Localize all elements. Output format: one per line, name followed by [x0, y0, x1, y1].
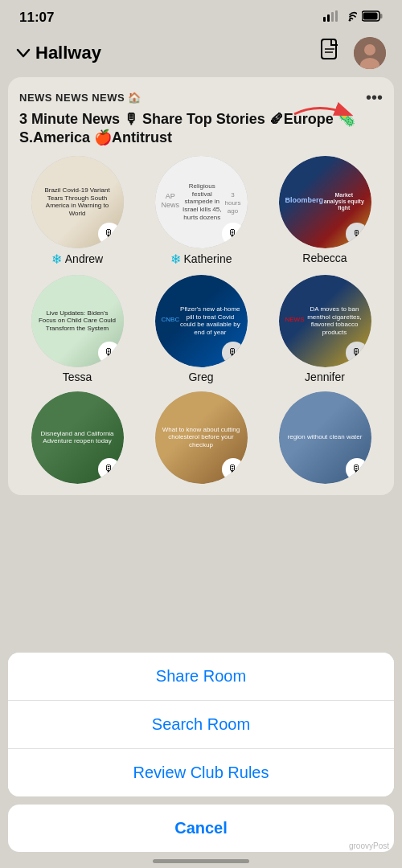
svg-rect-2 [331, 12, 334, 22]
share-room-button[interactable]: Share Room [8, 653, 394, 701]
avatar-circle-jennifer: NEWS DA moves to ban menthol cigarettes,… [279, 275, 371, 367]
snowflake-badge-katherine: ❄ [170, 252, 181, 267]
action-sheet-group: Share Room Search Room Review Club Rules [8, 653, 394, 796]
home-indicator [153, 859, 249, 863]
avatar-circle-7: Disneyland and California Adventure reop… [31, 391, 124, 484]
user-avatar[interactable] [354, 37, 386, 69]
avatar-grid: Brazil Covid-19 Variant Tears Through So… [19, 156, 383, 484]
room-title: 3 Minute News 🎙 Share Top Stories 🗞Europ… [19, 110, 383, 148]
search-room-button[interactable]: Search Room [8, 701, 394, 749]
action-sheet-overlay: Share Room Search Room Review Club Rules… [0, 653, 402, 868]
chevron-down-icon[interactable] [16, 45, 31, 62]
svg-rect-1 [327, 14, 330, 22]
svg-rect-6 [363, 13, 378, 20]
avatar-item-rebecca[interactable]: Bloomberg Market analysis equity fight 🎙… [267, 156, 383, 267]
wifi-icon [343, 10, 357, 25]
three-dots-button[interactable]: ••• [366, 88, 383, 107]
avatar-item-tessa[interactable]: Live Updates: Biden's Focus on Child Car… [19, 275, 135, 383]
status-bar: 11:07 [0, 0, 402, 31]
svg-point-4 [349, 19, 351, 22]
mic-icon-rebecca: 🎙 [346, 223, 368, 245]
svg-point-12 [364, 44, 375, 55]
mic-icon-katherine: 🎙 [222, 223, 244, 245]
svg-rect-0 [323, 17, 326, 22]
avatar-item-andrew[interactable]: Brazil Covid-19 Variant Tears Through So… [19, 156, 135, 267]
avatar-circle-8: What to know about cutting cholesterol b… [155, 391, 248, 484]
watermark: groovyPost [349, 841, 389, 850]
mic-icon-7: 🎙 [98, 458, 121, 481]
mic-icon-andrew: 🎙 [98, 223, 121, 245]
avatar-circle-tessa: Live Updates: Biden's Focus on Child Car… [31, 275, 124, 367]
avatar-circle-greg: CNBC Pfizer's new at-home pill to treat … [155, 275, 248, 367]
room-title-header: Hallway [35, 43, 101, 63]
avatar-name-greg: Greg [188, 371, 213, 383]
review-club-rules-button[interactable]: Review Club Rules [8, 749, 394, 796]
room-header: NEWS NEWS NEWS 🏠 ••• 3 Minute News 🎙 Sha… [19, 88, 383, 148]
signal-icon [323, 10, 338, 25]
avatar-item-8[interactable]: What to know about cutting cholesterol b… [143, 391, 259, 484]
action-sheet-cancel-group: Cancel [8, 805, 394, 852]
avatar-circle-katherine: AP News Religious festival stampede in I… [155, 156, 248, 248]
battery-icon [362, 10, 383, 25]
avatar-circle-9: region without clean water 🎙 [279, 391, 371, 484]
avatar-name-katherine: ❄ Katherine [170, 252, 232, 267]
avatar-name-rebecca: Rebecca [302, 252, 347, 264]
avatar-name-jennifer: Jennifer [305, 371, 345, 383]
avatar-item-7[interactable]: Disneyland and California Adventure reop… [19, 391, 135, 484]
mic-icon-8: 🎙 [222, 458, 244, 481]
snowflake-badge-andrew: ❄ [51, 252, 62, 267]
mic-icon-greg: 🎙 [222, 342, 244, 364]
avatar-name-tessa: Tessa [63, 371, 92, 383]
mic-icon-tessa: 🎙 [98, 342, 121, 364]
avatar-circle-rebecca: Bloomberg Market analysis equity fight 🎙 [279, 156, 371, 248]
avatar-item-greg[interactable]: CNBC Pfizer's new at-home pill to treat … [143, 275, 259, 383]
avatar-item-katherine[interactable]: AP News Religious festival stampede in I… [143, 156, 259, 267]
header-left[interactable]: Hallway [16, 43, 101, 63]
status-icons [323, 10, 383, 25]
room-tags-row: NEWS NEWS NEWS 🏠 ••• [19, 88, 383, 107]
cancel-button[interactable]: Cancel [8, 805, 394, 852]
room-tags-label: NEWS NEWS NEWS 🏠 [19, 92, 142, 104]
status-time: 11:07 [19, 10, 54, 26]
header-bar: Hallway [0, 31, 402, 77]
avatar-circle-andrew: Brazil Covid-19 Variant Tears Through So… [31, 156, 124, 248]
avatar-name-andrew: ❄ Andrew [51, 252, 103, 267]
avatar-item-jennifer[interactable]: NEWS DA moves to ban menthol cigarettes,… [267, 275, 383, 383]
avatar-item-9[interactable]: region without clean water 🎙 [267, 391, 383, 484]
svg-rect-7 [380, 14, 383, 18]
mic-icon-jennifer: 🎙 [346, 342, 368, 364]
mic-icon-9: 🎙 [346, 458, 368, 481]
header-right [320, 37, 386, 69]
svg-rect-3 [335, 10, 338, 22]
document-icon[interactable] [320, 39, 341, 68]
main-content: NEWS NEWS NEWS 🏠 ••• 3 Minute News 🎙 Sha… [8, 77, 394, 495]
